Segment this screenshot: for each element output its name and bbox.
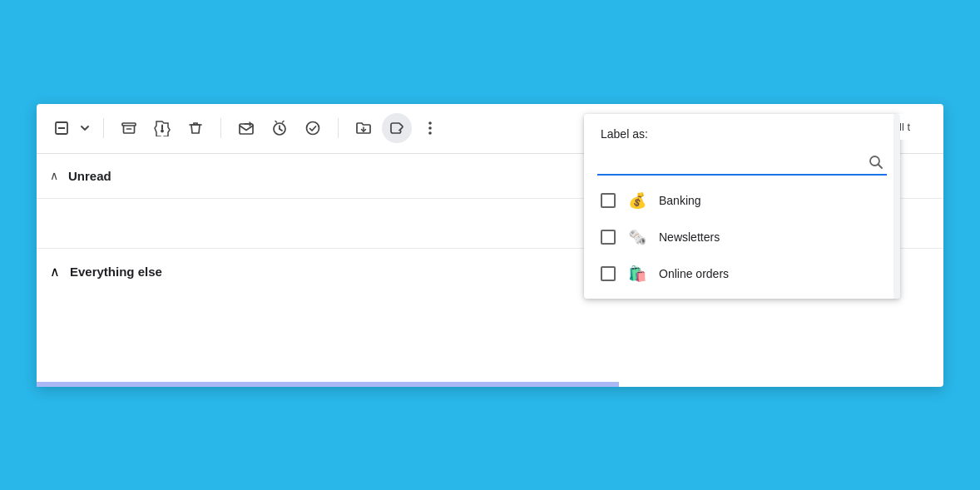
- banking-icon: 💰: [627, 191, 647, 210]
- svg-point-17: [428, 126, 432, 130]
- mark-unread-button[interactable]: [231, 113, 261, 143]
- archive-icon: [121, 120, 137, 136]
- search-icon: [869, 155, 883, 170]
- newsletters-label-name: Newsletters: [659, 230, 720, 244]
- main-window: ∧ Unread ∧ Everything else Label as: all…: [37, 104, 943, 387]
- archive-button[interactable]: [114, 113, 144, 143]
- banking-checkbox[interactable]: [601, 193, 616, 208]
- newsletters-label-item[interactable]: 🗞️ Newsletters: [584, 219, 900, 255]
- banking-label-item[interactable]: 💰 Banking: [584, 182, 900, 219]
- snooze-button[interactable]: [265, 113, 294, 143]
- divider-3: [338, 118, 339, 138]
- banking-label-name: Banking: [659, 194, 701, 207]
- dropdown-scrollbar[interactable]: [893, 114, 900, 299]
- mark-unread-icon: [238, 120, 255, 136]
- online-orders-label-name: Online orders: [659, 267, 729, 280]
- done-button[interactable]: [298, 113, 328, 143]
- chevron-down-icon: [81, 126, 89, 131]
- svg-line-13: [283, 121, 285, 123]
- select-dropdown-button[interactable]: [77, 113, 93, 143]
- checkbox-minus-icon: [53, 120, 70, 136]
- svg-point-18: [428, 131, 432, 135]
- more-button[interactable]: [415, 113, 445, 143]
- label-search-input[interactable]: [597, 151, 865, 174]
- svg-rect-2: [122, 123, 136, 126]
- selection-bar: [37, 382, 619, 387]
- report-spam-button[interactable]: [147, 113, 177, 143]
- label-icon: [389, 120, 405, 136]
- done-icon: [304, 120, 321, 136]
- svg-rect-7: [240, 124, 253, 134]
- unread-section-title: Unread: [68, 169, 111, 183]
- trash-icon: [187, 120, 204, 136]
- dropdown-title: Label as:: [584, 114, 900, 147]
- search-button[interactable]: [865, 151, 887, 173]
- search-row: [597, 151, 887, 176]
- everything-else-section-title: Everything else: [70, 265, 162, 279]
- move-to-button[interactable]: [349, 113, 379, 143]
- unread-chevron-icon: ∧: [50, 169, 58, 182]
- online-orders-checkbox[interactable]: [601, 266, 616, 281]
- svg-point-5: [161, 131, 163, 132]
- svg-point-14: [307, 122, 319, 135]
- everything-else-chevron-icon: ∧: [50, 264, 60, 280]
- newsletters-checkbox[interactable]: [601, 230, 616, 245]
- svg-line-20: [879, 164, 883, 168]
- label-dropdown: Label as: all t 💰 Banking 🗞️ Newsletters: [584, 114, 900, 299]
- move-to-icon: [355, 120, 372, 136]
- svg-line-12: [275, 121, 277, 123]
- online-orders-label-item[interactable]: 🛍️ Online orders: [584, 255, 900, 292]
- svg-line-11: [280, 129, 282, 131]
- more-vert-icon: [428, 121, 432, 136]
- online-orders-icon: 🛍️: [627, 264, 647, 284]
- delete-button[interactable]: [181, 113, 210, 143]
- svg-point-16: [428, 121, 432, 125]
- label-button[interactable]: [382, 113, 412, 143]
- divider-1: [103, 118, 104, 138]
- divider-2: [220, 118, 221, 138]
- report-spam-icon: [154, 120, 171, 136]
- snooze-icon: [271, 120, 288, 136]
- select-button[interactable]: [50, 113, 73, 143]
- newsletters-icon: 🗞️: [627, 227, 647, 247]
